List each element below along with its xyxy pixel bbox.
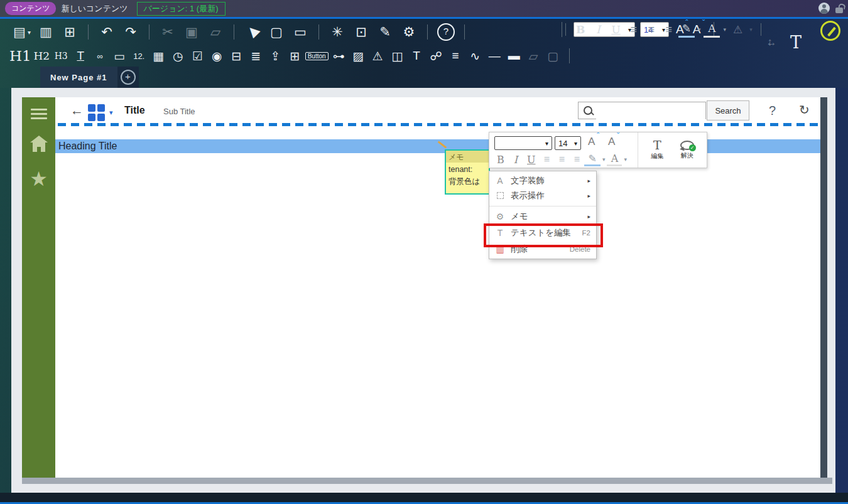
table-icon[interactable]: ⊞ bbox=[285, 47, 305, 65]
combobox-icon[interactable]: ⊟ bbox=[227, 47, 246, 65]
align-right-button[interactable]: ≡ bbox=[661, 21, 677, 38]
select-area-icon[interactable]: ▢ bbox=[264, 21, 288, 43]
capsule-icon[interactable]: ▬ bbox=[504, 47, 524, 65]
heading3-button[interactable]: H3 bbox=[52, 47, 71, 65]
redo-icon[interactable]: ↷ bbox=[119, 21, 143, 43]
menu-item-memo[interactable]: ⚙メモ▸ bbox=[489, 209, 596, 224]
heading2-button[interactable]: H2 bbox=[32, 47, 52, 65]
mini-bold-button[interactable]: B bbox=[493, 153, 508, 166]
file-upload-icon[interactable]: ⇪ bbox=[266, 47, 285, 65]
text-field-icon[interactable]: T bbox=[71, 47, 90, 65]
mini-underline-button[interactable]: U bbox=[523, 153, 539, 166]
help-icon[interactable]: ? bbox=[765, 103, 780, 119]
back-button[interactable]: ← bbox=[67, 102, 87, 119]
text-element-icon[interactable]: T bbox=[407, 47, 427, 65]
mini-font-size-select[interactable]: 14▾ bbox=[555, 136, 581, 150]
preview-monitor-icon[interactable]: ▭ bbox=[288, 21, 312, 43]
date-picker-icon[interactable]: ▦ bbox=[149, 47, 168, 65]
undo-icon[interactable]: ↶ bbox=[95, 21, 119, 43]
image-icon[interactable]: ▨ bbox=[349, 47, 368, 65]
cut-icon[interactable]: ✂ bbox=[156, 21, 180, 43]
submenu-arrow-icon: ▸ bbox=[587, 178, 590, 184]
edit-mode-pencil-button[interactable] bbox=[820, 21, 840, 41]
bottom-bar bbox=[0, 493, 848, 502]
status-set-icon[interactable]: ⚠ bbox=[368, 47, 388, 65]
menu-item-text-decoration[interactable]: A文字装飾▸ bbox=[489, 173, 596, 188]
listbox-icon[interactable]: ≣ bbox=[246, 47, 266, 65]
layout-grid-icon[interactable] bbox=[88, 104, 105, 121]
italic-button[interactable]: I bbox=[590, 21, 606, 38]
caret-down-icon: ˇ bbox=[617, 131, 619, 141]
mini-align-left-button[interactable]: ≡ bbox=[539, 153, 554, 166]
copy-widget-icon[interactable]: ▣ bbox=[180, 21, 204, 43]
chevron-down-icon[interactable]: ▾ bbox=[698, 26, 701, 33]
burst-action-icon[interactable]: ✳ bbox=[325, 21, 349, 43]
help-icon[interactable]: ? bbox=[434, 21, 458, 43]
highlight-color-button[interactable]: ✎ bbox=[678, 21, 695, 38]
area-settings-icon[interactable]: ⊡ bbox=[349, 21, 373, 43]
mini-align-right-button[interactable]: ≡ bbox=[569, 153, 584, 166]
font-color-button[interactable]: A bbox=[704, 21, 720, 38]
paste-style-icon[interactable]: ▱ bbox=[524, 47, 543, 65]
sticky-note-line: 背景色は bbox=[446, 174, 489, 187]
search-input[interactable] bbox=[596, 103, 705, 119]
underline-button[interactable]: U bbox=[607, 21, 624, 38]
bold-button[interactable]: B bbox=[572, 21, 589, 38]
placeholder-box-icon[interactable]: ▢ bbox=[543, 47, 563, 65]
datastore-save-icon[interactable]: ▤▾ bbox=[10, 21, 34, 43]
mini-highlight-color-button[interactable]: ✎ bbox=[584, 153, 600, 166]
menu-item-display-operations[interactable]: 表示操作▸ bbox=[489, 188, 596, 203]
mini-decrease-font-button[interactable]: Aˇ bbox=[606, 136, 617, 148]
time-picker-icon[interactable]: ◷ bbox=[168, 47, 188, 65]
add-page-button[interactable]: + bbox=[117, 67, 139, 88]
heading1-button[interactable]: H1 bbox=[9, 47, 32, 65]
edit-note-button[interactable]: T 編集 bbox=[647, 139, 667, 161]
sticky-note[interactable]: メモ tenant: 背景色は bbox=[445, 149, 490, 195]
textbox-icon[interactable]: ▭ bbox=[110, 47, 129, 65]
mini-font-color-button[interactable]: A bbox=[607, 153, 622, 166]
home-icon[interactable] bbox=[31, 142, 46, 154]
hamburger-menu-icon[interactable] bbox=[31, 106, 47, 122]
chevron-down-icon[interactable]: ▾ bbox=[749, 26, 753, 33]
toggle-icon[interactable]: ⊶ bbox=[329, 47, 349, 65]
bullet-list-icon[interactable]: ≡ bbox=[446, 47, 465, 65]
refresh-icon[interactable]: ↻ bbox=[795, 102, 813, 118]
panel-icon[interactable]: ◫ bbox=[388, 47, 407, 65]
anchor-link-icon[interactable]: ∞ bbox=[90, 47, 110, 65]
button-widget-icon[interactable]: Button bbox=[305, 47, 329, 65]
number-field-icon[interactable]: 12. bbox=[129, 47, 149, 65]
chevron-down-icon[interactable]: ▾ bbox=[624, 156, 627, 163]
hyperlink-icon[interactable]: ☍ bbox=[427, 47, 446, 65]
comment-settings-icon[interactable]: ⚙ bbox=[397, 21, 421, 43]
horizontal-rule-icon[interactable]: — bbox=[485, 47, 504, 65]
align-left-button[interactable]: ≡ bbox=[626, 21, 642, 38]
plus-icon: + bbox=[121, 70, 136, 85]
chevron-down-icon[interactable]: ▾ bbox=[723, 26, 726, 33]
tab-new-page-1[interactable]: New Page #1 bbox=[40, 67, 117, 88]
mini-increase-font-button[interactable]: Aˆ bbox=[586, 136, 597, 148]
chart-icon[interactable]: ∿ bbox=[465, 47, 485, 65]
table-export-icon[interactable]: ⊞ bbox=[58, 21, 82, 43]
align-center-button[interactable]: ≡ bbox=[643, 21, 660, 38]
paste-widget-icon[interactable]: ▱ bbox=[204, 21, 227, 43]
favorite-star-icon[interactable]: ★ bbox=[30, 169, 48, 188]
resolve-note-button[interactable]: ✓ 解決 bbox=[677, 140, 698, 161]
submenu-arrow-icon: ▸ bbox=[587, 193, 590, 199]
select-cursor-icon[interactable]: ▶ bbox=[241, 21, 264, 43]
comment-edit-icon[interactable]: ✎ bbox=[373, 21, 397, 43]
mini-align-center-button[interactable]: ≡ bbox=[554, 153, 569, 166]
checkbox-icon[interactable]: ☑ bbox=[188, 47, 207, 65]
search-button[interactable]: Search bbox=[707, 100, 749, 121]
user-avatar[interactable] bbox=[818, 3, 830, 14]
mini-font-family-select[interactable]: ▾ bbox=[494, 136, 552, 150]
left-sidebar: ★ bbox=[22, 97, 55, 478]
vertical-scrollbar[interactable] bbox=[820, 97, 827, 478]
horizontal-scrollbar[interactable] bbox=[22, 478, 832, 484]
status-style-button[interactable]: ⚠ bbox=[729, 21, 746, 38]
source-view-icon[interactable]: ▥ bbox=[34, 21, 58, 43]
mini-italic-button[interactable]: I bbox=[508, 153, 523, 166]
chevron-down-icon[interactable]: ▾ bbox=[602, 156, 606, 163]
radio-button-icon[interactable]: ◉ bbox=[207, 47, 227, 65]
chevron-down-icon[interactable]: ▾ bbox=[109, 109, 113, 117]
lock-icon[interactable] bbox=[835, 8, 843, 13]
